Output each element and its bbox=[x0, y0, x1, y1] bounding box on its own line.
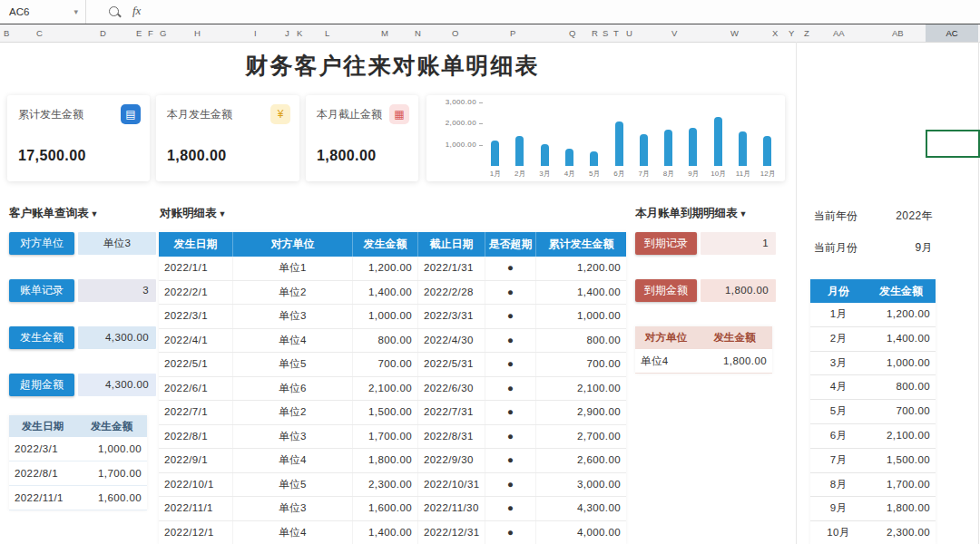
dropdown-arrow-icon[interactable]: ▼ bbox=[740, 209, 748, 219]
chart-bar bbox=[664, 130, 672, 166]
x-axis-label: 6月 bbox=[607, 169, 632, 179]
column-header-Q[interactable]: Q bbox=[569, 24, 575, 42]
due-records-button[interactable]: 到期记录 bbox=[635, 232, 697, 255]
record-count-button-value: 3 bbox=[78, 279, 156, 302]
y-axis-tick bbox=[479, 123, 483, 124]
table-cell: 2022/3/1 bbox=[159, 305, 233, 328]
table-cell: 2022/6/1 bbox=[159, 377, 233, 401]
column-header-N[interactable]: N bbox=[415, 24, 421, 42]
column-header-M[interactable]: M bbox=[381, 24, 388, 42]
column-header-U[interactable]: U bbox=[626, 24, 632, 42]
y-axis-label: 2,000.00 bbox=[426, 119, 476, 127]
chart-bar bbox=[615, 121, 623, 166]
table-cell: 单位3 bbox=[233, 305, 353, 328]
header-cell: 发生金额 bbox=[867, 279, 936, 303]
query-result-table: 发生日期发生金额2022/3/11,000.002022/8/11,700.00… bbox=[9, 415, 147, 510]
panel-title-text: 对账明细表 bbox=[160, 207, 217, 219]
x-axis-label: 2月 bbox=[507, 169, 533, 179]
table-row: 1月1,200.00 bbox=[810, 303, 936, 327]
table-row: 2022/5/1单位5700.002022/5/31●700.00 bbox=[159, 353, 626, 377]
column-header-W[interactable]: W bbox=[730, 24, 739, 42]
table-cell: 2022/8/1 bbox=[9, 461, 76, 485]
column-header-P[interactable]: P bbox=[510, 24, 515, 42]
record-count-button[interactable]: 账单记录 bbox=[9, 279, 74, 302]
column-header-D[interactable]: D bbox=[100, 24, 106, 42]
bar-chart: 3,000.002,000.001,000.001月2月3月4月5月6月7月8月… bbox=[426, 95, 785, 181]
zoom-icon[interactable] bbox=[109, 6, 119, 16]
column-header-B[interactable]: B bbox=[4, 24, 9, 42]
wallet-icon: ▤ bbox=[121, 104, 141, 124]
table-row: 单位41,800.00 bbox=[635, 349, 772, 374]
due-detail-table: 对方单位发生金额单位41,800.00 bbox=[635, 326, 772, 374]
column-header-C[interactable]: C bbox=[36, 24, 43, 42]
dropdown-arrow-icon[interactable]: ▼ bbox=[219, 209, 227, 219]
overdue-dot-icon: ● bbox=[485, 329, 536, 353]
table-row: 8月1,700.00 bbox=[810, 473, 936, 498]
column-header-Z[interactable]: Z bbox=[804, 24, 809, 42]
table-cell: 2022/7/31 bbox=[418, 401, 485, 424]
table-cell: 1,400.00 bbox=[536, 281, 626, 305]
amount-button[interactable]: 发生金额 bbox=[9, 326, 74, 349]
table-cell: 3月 bbox=[810, 352, 867, 375]
column-header-L[interactable]: L bbox=[325, 24, 329, 42]
counterparty-button[interactable]: 对方单位 bbox=[9, 232, 74, 255]
header-cell: 累计发生金额 bbox=[536, 232, 626, 257]
table-cell: 1,700.00 bbox=[353, 425, 418, 449]
column-header-O[interactable]: O bbox=[452, 24, 458, 42]
overdue-dot-icon: ● bbox=[485, 305, 536, 328]
query-panel-title[interactable]: 客户账单查询表▼ bbox=[9, 206, 98, 221]
table-cell: 6月 bbox=[810, 424, 867, 448]
column-header-V[interactable]: V bbox=[671, 24, 677, 42]
column-header-K[interactable]: K bbox=[297, 24, 302, 42]
chart-bar bbox=[739, 131, 747, 166]
column-header-J[interactable]: J bbox=[285, 24, 289, 42]
y-axis-tick bbox=[479, 102, 483, 103]
table-cell: 2022/4/1 bbox=[159, 329, 233, 353]
column-header-AC[interactable]: AC bbox=[926, 24, 978, 42]
name-box[interactable]: AC6 ▾ bbox=[0, 0, 86, 24]
spreadsheet-app: AC6 ▾ fx BCDEFGHIJKLMNOPQRSTUVWXYZAAABAC… bbox=[0, 0, 980, 544]
column-header-R[interactable]: R bbox=[592, 24, 598, 42]
table-cell: 800.00 bbox=[536, 329, 626, 353]
due-panel-title[interactable]: 本月账单到期明细表▼ bbox=[635, 206, 747, 221]
header-cell: 对方单位 bbox=[635, 326, 697, 349]
x-axis-label: 11月 bbox=[730, 169, 756, 179]
table-cell: 2022/1/1 bbox=[159, 257, 233, 280]
chart-bar bbox=[491, 141, 499, 166]
name-box-value: AC6 bbox=[9, 6, 29, 17]
table-row: 6月2,100.00 bbox=[810, 424, 936, 449]
table-cell: 4月 bbox=[810, 375, 867, 399]
column-header-X[interactable]: X bbox=[772, 24, 778, 42]
dropdown-arrow-icon[interactable]: ▼ bbox=[91, 209, 99, 219]
column-header-I[interactable]: I bbox=[254, 24, 257, 42]
column-header-G[interactable]: G bbox=[160, 24, 166, 42]
table-row: 2022/10/1单位52,300.002022/10/31●3,000.00 bbox=[159, 473, 626, 498]
detail-panel-title[interactable]: 对账明细表▼ bbox=[160, 206, 226, 221]
table-cell: 单位5 bbox=[233, 473, 353, 497]
current-month-value: 9月 bbox=[862, 240, 933, 256]
column-header-E[interactable]: E bbox=[136, 24, 142, 42]
chart-bar bbox=[640, 134, 648, 166]
column-header-F[interactable]: F bbox=[148, 24, 153, 42]
column-header-AA[interactable]: AA bbox=[833, 24, 845, 42]
table-cell: 2022/10/31 bbox=[418, 473, 485, 497]
table-cell: 2,900.00 bbox=[536, 401, 626, 424]
table-cell: 2022/1/31 bbox=[418, 257, 485, 280]
overdue-dot-icon: ● bbox=[485, 497, 536, 520]
overdue-dot-icon: ● bbox=[485, 425, 536, 449]
fx-icon[interactable]: fx bbox=[132, 4, 141, 18]
x-axis-label: 1月 bbox=[483, 169, 508, 179]
chevron-down-icon[interactable]: ▾ bbox=[74, 0, 78, 24]
table-row: 2022/6/1单位62,100.002022/6/30●2,100.00 bbox=[159, 377, 626, 402]
column-header-S[interactable]: S bbox=[603, 24, 608, 42]
current-month-label: 当前月份 bbox=[814, 240, 858, 256]
overdue-amount-button[interactable]: 超期金额 bbox=[9, 374, 74, 396]
column-header-AB[interactable]: AB bbox=[892, 24, 904, 42]
y-axis-label: 1,000.00 bbox=[426, 141, 476, 149]
selected-cell[interactable] bbox=[926, 130, 980, 158]
column-header-T[interactable]: T bbox=[613, 24, 619, 42]
column-header-Y[interactable]: Y bbox=[789, 24, 794, 42]
table-cell: 2022/6/30 bbox=[418, 377, 485, 401]
column-header-H[interactable]: H bbox=[194, 24, 201, 42]
due-amount-button[interactable]: 到期金额 bbox=[635, 279, 697, 302]
